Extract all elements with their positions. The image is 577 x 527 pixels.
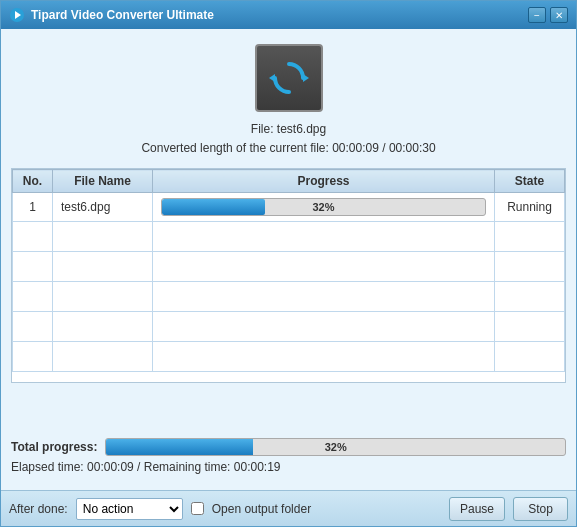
col-header-no: No. xyxy=(13,170,53,193)
close-button[interactable]: ✕ xyxy=(550,7,568,23)
bottom-section: Total progress: 32% Elapsed time: 00:00:… xyxy=(11,438,566,480)
convert-icon xyxy=(267,56,311,100)
svg-marker-2 xyxy=(303,74,309,82)
col-header-state: State xyxy=(495,170,565,193)
main-content: File: test6.dpg Converted length of the … xyxy=(1,29,576,490)
total-progress-label: Total progress: xyxy=(11,440,97,454)
open-folder-label: Open output folder xyxy=(212,502,311,516)
after-done-label: After done: xyxy=(9,502,68,516)
stop-button[interactable]: Stop xyxy=(513,497,568,521)
elapsed-time-label: Elapsed time: 00:00:09 / Remaining time:… xyxy=(11,460,566,474)
row-progress-text: 32% xyxy=(162,199,485,215)
converted-length-label: Converted length of the current file: 00… xyxy=(11,139,566,158)
minimize-button[interactable]: − xyxy=(528,7,546,23)
file-name-label: File: test6.dpg xyxy=(11,120,566,139)
svg-marker-3 xyxy=(269,74,275,82)
icon-area xyxy=(11,44,566,112)
window-controls: − ✕ xyxy=(528,7,568,23)
file-info: File: test6.dpg Converted length of the … xyxy=(11,120,566,158)
col-header-filename: File Name xyxy=(53,170,153,193)
converting-icon-box xyxy=(255,44,323,112)
window-title: Tipard Video Converter Ultimate xyxy=(31,8,528,22)
footer-bar: After done: No actionExit applicationShu… xyxy=(1,490,576,526)
table-row: 1 test6.dpg 32% Running xyxy=(13,193,565,222)
row-filename: test6.dpg xyxy=(53,193,153,222)
table-empty-row-5 xyxy=(13,342,565,372)
main-window: Tipard Video Converter Ultimate − ✕ File… xyxy=(0,0,577,527)
row-state: Running xyxy=(495,193,565,222)
total-progress-text: 32% xyxy=(106,439,565,455)
title-bar: Tipard Video Converter Ultimate − ✕ xyxy=(1,1,576,29)
pause-button[interactable]: Pause xyxy=(449,497,505,521)
row-progress-bar: 32% xyxy=(161,198,486,216)
open-folder-checkbox[interactable] xyxy=(191,502,204,515)
row-progress-cell: 32% xyxy=(153,193,495,222)
file-table: No. File Name Progress State 1 test6.dpg xyxy=(12,169,565,372)
table-empty-row-2 xyxy=(13,252,565,282)
after-done-select[interactable]: No actionExit applicationShut downHibern… xyxy=(76,498,183,520)
row-no: 1 xyxy=(13,193,53,222)
table-empty-row-1 xyxy=(13,222,565,252)
total-progress-row: Total progress: 32% xyxy=(11,438,566,456)
total-progress-bar: 32% xyxy=(105,438,566,456)
file-table-wrapper: No. File Name Progress State 1 test6.dpg xyxy=(11,168,566,383)
table-empty-row-4 xyxy=(13,312,565,342)
col-header-progress: Progress xyxy=(153,170,495,193)
app-icon xyxy=(9,7,25,23)
table-empty-row-3 xyxy=(13,282,565,312)
table-header-row: No. File Name Progress State xyxy=(13,170,565,193)
